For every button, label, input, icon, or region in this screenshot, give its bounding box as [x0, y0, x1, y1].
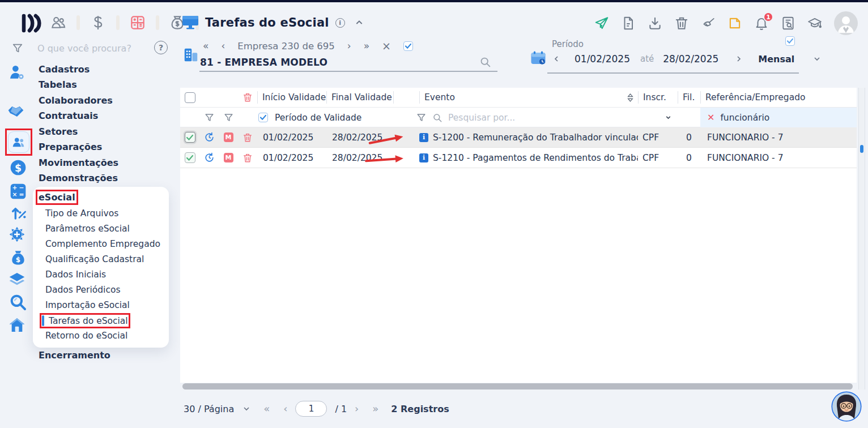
col-evento[interactable]: Evento	[419, 91, 638, 104]
col-inscr[interactable]: Inscr.	[638, 91, 678, 104]
sidebar-item-tabelas[interactable]: Tabelas	[39, 79, 77, 90]
period-start-date[interactable]: 01/02/2025	[575, 53, 630, 65]
training-cap-icon[interactable]	[807, 16, 822, 31]
monthly-badge[interactable]: M	[224, 153, 233, 162]
sidebar-item-preparacoes[interactable]: Preparações	[39, 142, 102, 152]
row-checkbox[interactable]	[185, 152, 195, 163]
submenu-complemento-empregado[interactable]: Complemento Empregado	[45, 239, 160, 249]
sort-icon[interactable]	[627, 93, 633, 102]
sidebar-item-colaboradores[interactable]: Colaboradores	[39, 95, 113, 106]
rail-moneybag-icon[interactable]: $	[9, 249, 27, 267]
col-fil[interactable]: Fil.	[678, 91, 700, 104]
company-search-icon[interactable]	[479, 56, 491, 68]
filter-funnel-icon[interactable]	[204, 112, 215, 123]
table-row[interactable]: M 01/02/2025 28/02/2025 i S-1210 - Pagam…	[180, 148, 857, 168]
submenu-dados-iniciais[interactable]: Dados Iniciais	[45, 269, 106, 280]
submenu-qualificacao-cadastral[interactable]: Qualificação Cadastral	[45, 254, 144, 264]
rail-settings-gear-icon[interactable]	[8, 225, 26, 243]
trash-icon[interactable]	[674, 16, 689, 31]
rail-cadastros-icon[interactable]	[8, 63, 26, 82]
rail-handshake-icon[interactable]	[7, 102, 25, 120]
page-size-select[interactable]: 30 / Página	[184, 404, 234, 414]
rail-calculator-icon[interactable]: + − × =	[9, 182, 27, 200]
user-avatar[interactable]	[834, 11, 858, 35]
period-mode-chevron[interactable]	[812, 54, 822, 63]
event-info-badge[interactable]: i	[419, 133, 428, 142]
vertical-scrollbar-thumb[interactable]	[860, 145, 863, 153]
notifications-bell[interactable]: 1	[754, 16, 769, 31]
info-icon[interactable]: i	[335, 18, 345, 28]
sidebar-item-demonstracoes[interactable]: Demonstrações	[39, 173, 118, 183]
referencia-filter-value[interactable]: funcionário	[720, 113, 769, 123]
audit-search-icon[interactable]	[781, 16, 795, 31]
rail-layers-icon[interactable]	[8, 271, 26, 289]
first-company-button[interactable]: «	[203, 41, 209, 51]
submenu-tipo-de-arquivos[interactable]: Tipo de Arquivos	[45, 208, 118, 219]
last-page-button[interactable]: »	[372, 404, 378, 414]
sidebar-item-contratuais[interactable]: Contratuais	[39, 110, 98, 121]
next-company-button[interactable]: ›	[347, 41, 351, 51]
row-delete-icon[interactable]	[242, 132, 253, 143]
help-icon[interactable]: ?	[154, 41, 168, 54]
evento-filter-funnel-icon[interactable]	[416, 112, 427, 123]
sidebar-filter-icon[interactable]	[11, 42, 24, 54]
col-referencia[interactable]: Referência/Empregado	[700, 91, 857, 104]
assistant-avatar[interactable]	[831, 391, 862, 422]
send-icon[interactable]	[594, 16, 609, 31]
period-mode-select[interactable]: Mensal	[758, 54, 794, 65]
download-icon[interactable]	[648, 16, 662, 31]
company-filter-checkbox[interactable]	[403, 41, 413, 51]
reprocess-icon[interactable]	[204, 152, 215, 163]
page-size-chevron[interactable]	[242, 404, 251, 413]
period-next-chevron[interactable]	[734, 54, 743, 63]
evento-search-input[interactable]: Pesquisar por...	[448, 113, 515, 123]
page-input[interactable]: 1	[295, 401, 327, 417]
sidebar-item-movimentacoes[interactable]: Movimentações	[39, 157, 118, 168]
app-logo[interactable]	[22, 14, 42, 33]
sidebar-item-esocial[interactable]: eSocial	[39, 192, 75, 203]
reprocess-icon[interactable]	[204, 132, 215, 143]
monthly-badge[interactable]: M	[224, 132, 233, 142]
sidebar-item-encerramento[interactable]: Encerramento	[39, 350, 110, 361]
period-end-date[interactable]: 28/02/2025	[663, 53, 718, 65]
prev-page-button[interactable]: ‹	[283, 404, 287, 414]
periodo-validade-checkbox[interactable]	[258, 113, 268, 122]
next-page-button[interactable]: ›	[355, 404, 359, 414]
rail-search-icon[interactable]	[9, 293, 27, 311]
col-inicio-validade[interactable]: Início Validade	[257, 91, 326, 104]
period-checkbox[interactable]	[785, 36, 795, 46]
inscr-filter-chevron[interactable]	[665, 114, 672, 121]
rail-collaborators-icon[interactable]	[8, 131, 29, 153]
broom-icon[interactable]	[701, 16, 716, 31]
row-checkbox[interactable]	[185, 132, 195, 143]
row-delete-icon[interactable]	[242, 153, 253, 163]
select-all-checkbox[interactable]	[185, 92, 195, 103]
submenu-parametros-esocial[interactable]: Parâmetros eSocial	[45, 224, 130, 234]
first-page-button[interactable]: «	[263, 404, 270, 414]
last-company-button[interactable]: »	[364, 41, 369, 51]
submenu-dados-periodicos[interactable]: Dados Periódicos	[45, 285, 120, 295]
rail-dollar-icon[interactable]: $	[9, 159, 27, 177]
table-row[interactable]: M 01/02/2025 28/02/2025 i S-1200 - Remun…	[180, 127, 857, 148]
col-final-validade[interactable]: Final Validade	[326, 91, 393, 104]
calculator-module-icon[interactable]	[129, 14, 146, 31]
submenu-tarefas-do-esocial[interactable]: Tarefas do eSocial	[42, 315, 128, 326]
note-icon[interactable]	[727, 16, 742, 31]
submenu-importacao-esocial[interactable]: Importação eSocial	[45, 300, 130, 310]
clear-referencia-filter-icon[interactable]: ✕	[707, 113, 714, 122]
bulk-delete-icon[interactable]	[242, 92, 253, 102]
rail-home-icon[interactable]	[8, 316, 26, 334]
clear-company-button[interactable]: ×	[382, 41, 391, 52]
event-info-badge[interactable]: i	[419, 153, 428, 162]
prev-company-button[interactable]: ‹	[221, 41, 225, 51]
collapse-chevron-up-icon[interactable]	[355, 18, 364, 27]
people-module-icon[interactable]	[50, 14, 67, 31]
filter-funnel-icon[interactable]	[223, 112, 234, 123]
submenu-retorno-do-esocial[interactable]: Retorno do eSocial	[45, 331, 127, 341]
sidebar-item-cadastros[interactable]: Cadastros	[39, 64, 90, 75]
sidebar-item-setores[interactable]: Setores	[39, 126, 78, 137]
horizontal-scrollbar[interactable]	[182, 383, 853, 390]
rail-trending-icon[interactable]	[10, 203, 28, 221]
document-icon[interactable]	[621, 16, 636, 31]
finance-module-icon[interactable]	[90, 14, 107, 31]
